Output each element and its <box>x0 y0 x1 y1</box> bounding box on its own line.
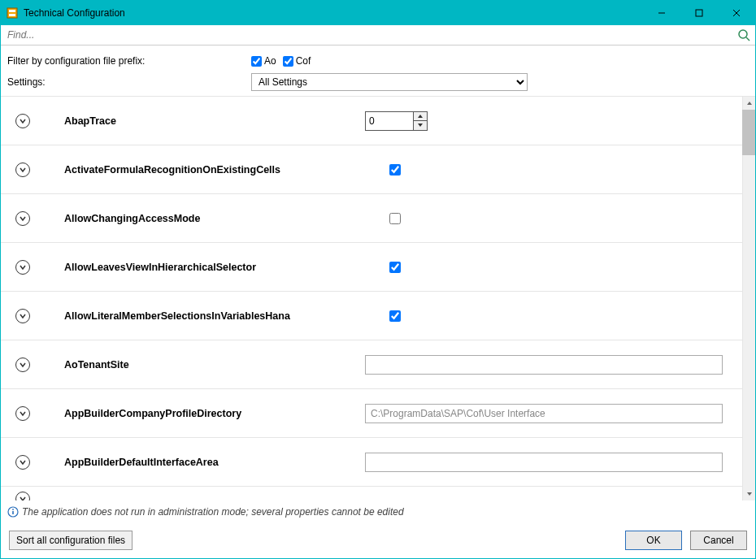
svg-rect-14 <box>12 511 14 514</box>
minimize-button[interactable] <box>643 1 680 25</box>
search-icon[interactable] <box>737 28 750 41</box>
setting-name: AllowChangingAccessMode <box>64 213 365 224</box>
filter-bar: Filter by configuration file prefix: Ao … <box>1 46 755 96</box>
filter-ao-checkbox-wrap[interactable]: Ao <box>251 55 276 67</box>
setting-name: AbapTrace <box>64 115 365 127</box>
status-line: The application does not run in administ… <box>1 500 755 526</box>
expand-toggle[interactable] <box>15 492 30 500</box>
setting-name: AppBuilderCompanyProfileDirectory <box>64 408 365 419</box>
settings-select[interactable]: All Settings <box>251 73 528 91</box>
expand-toggle[interactable] <box>15 162 30 177</box>
settings-list: AbapTrace ActivateFormulaRecognitionOnEx… <box>1 96 755 500</box>
setting-text-input[interactable] <box>365 404 723 423</box>
svg-marker-11 <box>747 102 752 105</box>
setting-row: AllowLeavesViewInHierarchicalSelector <box>1 243 742 292</box>
svg-rect-0 <box>7 8 17 18</box>
scroll-down-button[interactable] <box>743 488 755 500</box>
svg-rect-2 <box>9 14 15 16</box>
footer: Sort all configuration files OK Cancel <box>1 526 755 558</box>
setting-row: ActivateFormulaRecognitionOnExistingCell… <box>1 145 742 194</box>
expand-toggle[interactable] <box>15 358 30 372</box>
setting-row: AllowLiteralMemberSelectionsInVariablesH… <box>1 292 742 340</box>
expand-toggle[interactable] <box>15 260 30 275</box>
filter-ao-label: Ao <box>264 55 276 67</box>
setting-name: AllowLeavesViewInHierarchicalSelector <box>64 262 365 273</box>
spinner-up-button[interactable] <box>414 112 427 121</box>
expand-toggle[interactable] <box>15 211 30 226</box>
setting-name: AoTenantSite <box>64 359 365 370</box>
setting-name: AllowLiteralMemberSelectionsInVariablesH… <box>64 310 365 322</box>
svg-rect-4 <box>696 10 702 16</box>
setting-row: AbapTrace <box>1 97 742 145</box>
maximize-button[interactable] <box>680 1 718 25</box>
expand-toggle[interactable] <box>15 309 30 323</box>
ok-button[interactable]: OK <box>625 531 682 550</box>
svg-marker-9 <box>418 115 423 118</box>
window-title: Technical Configuration <box>24 7 125 19</box>
svg-marker-10 <box>418 124 423 127</box>
search-input[interactable] <box>1 25 755 45</box>
window: Technical Configuration Filter by config… <box>0 0 756 559</box>
filter-cof-checkbox[interactable] <box>283 56 293 67</box>
filter-cof-checkbox-wrap[interactable]: Cof <box>283 55 311 67</box>
number-spinner <box>365 111 428 131</box>
settings-label: Settings: <box>7 76 251 88</box>
setting-name: ActivateFormulaRecognitionOnExistingCell… <box>64 164 365 176</box>
setting-row-partial <box>1 487 742 500</box>
filter-cof-label: Cof <box>296 55 311 67</box>
setting-row: AoTenantSite <box>1 340 742 389</box>
info-icon <box>7 506 19 518</box>
setting-checkbox[interactable] <box>389 164 401 176</box>
setting-checkbox[interactable] <box>389 262 401 273</box>
titlebar: Technical Configuration <box>1 1 755 25</box>
filter-ao-checkbox[interactable] <box>251 56 262 67</box>
svg-marker-12 <box>747 492 752 496</box>
setting-text-input[interactable] <box>365 355 723 375</box>
expand-toggle[interactable] <box>15 114 30 128</box>
setting-row: AppBuilderDefaultInterfaceArea <box>1 438 742 487</box>
expand-toggle[interactable] <box>15 406 30 421</box>
setting-name: AppBuilderDefaultInterfaceArea <box>64 457 365 468</box>
setting-checkbox[interactable] <box>389 310 401 322</box>
svg-line-8 <box>746 37 749 41</box>
scroll-thumb[interactable] <box>742 110 755 155</box>
vertical-scrollbar[interactable] <box>742 97 755 500</box>
status-text: The application does not run in administ… <box>22 506 404 518</box>
filter-prefix-label: Filter by configuration file prefix: <box>7 55 251 67</box>
expand-toggle[interactable] <box>15 455 30 470</box>
number-input[interactable] <box>365 111 414 131</box>
close-button[interactable] <box>718 1 755 25</box>
svg-rect-1 <box>9 10 15 12</box>
svg-point-7 <box>739 30 747 38</box>
setting-checkbox[interactable] <box>389 213 401 224</box>
setting-row: AllowChangingAccessMode <box>1 194 742 243</box>
svg-rect-15 <box>12 509 14 510</box>
spinner-down-button[interactable] <box>414 121 427 130</box>
search-bar <box>1 25 755 46</box>
cancel-button[interactable]: Cancel <box>690 531 747 550</box>
scroll-up-button[interactable] <box>743 97 755 110</box>
sort-button[interactable]: Sort all configuration files <box>9 531 133 550</box>
setting-row: AppBuilderCompanyProfileDirectory <box>1 389 742 438</box>
setting-text-input[interactable] <box>365 453 723 472</box>
app-icon <box>6 6 19 20</box>
